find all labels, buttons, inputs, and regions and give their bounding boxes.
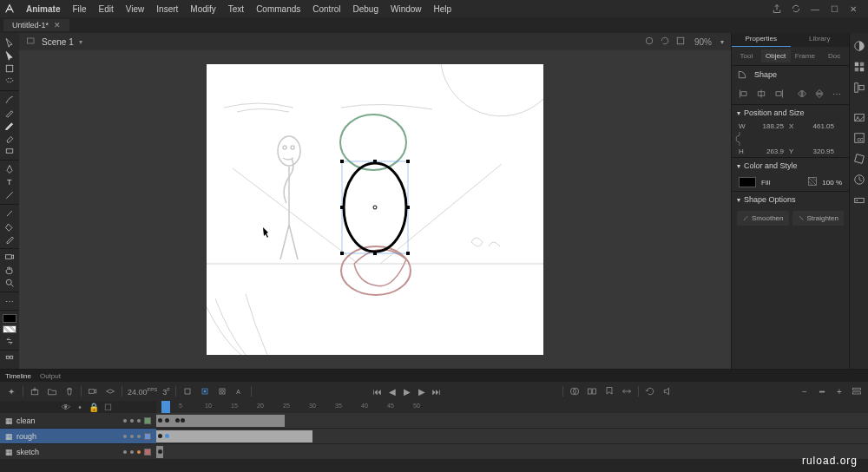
outline-toggle[interactable] [144,417,151,424]
scene-selector[interactable]: Scene 1 [42,37,74,47]
fill-color-swatch[interactable] [739,177,756,187]
share-icon[interactable] [771,3,783,15]
align-right-icon[interactable] [772,87,786,101]
layer-name[interactable]: clean [16,416,120,425]
menu-file[interactable]: File [67,3,91,16]
visibility-toggle[interactable] [130,435,134,438]
subselection-tool[interactable] [0,49,19,62]
chevron-down-icon[interactable]: ▾ [79,38,82,46]
visibility-toggle[interactable] [130,450,134,454]
menu-edit[interactable]: Edit [94,3,119,16]
outline-toggle[interactable] [144,449,151,456]
more-options-icon[interactable]: ⋯ [830,87,844,101]
clip-content-icon[interactable] [644,36,654,48]
transform-panel-icon[interactable] [850,149,868,168]
menu-control[interactable]: Control [307,3,345,16]
eyedropper-tool[interactable] [0,233,19,246]
align-center-icon[interactable] [754,87,768,101]
menu-text[interactable]: Text [223,3,249,16]
more-tools-icon[interactable]: ⋯ [0,295,19,307]
fluid-brush-tool[interactable] [0,94,19,106]
highlight-col-icon[interactable]: 👁 [61,403,71,412]
minimize-icon[interactable]: — [809,3,821,15]
zoom-level[interactable]: 90% [691,37,715,47]
playhead[interactable] [161,401,170,413]
fit-screen-icon[interactable] [675,36,686,48]
visibility-col-icon[interactable]: • [75,403,85,412]
timeline-view-icon[interactable] [851,385,863,397]
zoom-in-timeline-icon[interactable]: + [833,385,845,397]
doc-context-tab[interactable]: Doc [819,49,849,62]
frames-track[interactable] [156,413,868,428]
highlight-toggle[interactable] [123,419,127,423]
zoom-tool[interactable] [0,277,19,289]
zoom-out-timeline-icon[interactable]: − [799,385,811,397]
insert-blank-keyframe-icon[interactable] [216,385,228,397]
go-to-last-icon[interactable]: ⏭ [431,385,443,397]
insert-keyframe-icon[interactable] [199,385,211,397]
highlight-toggle[interactable] [123,450,127,454]
stroke-color-swatch[interactable] [3,314,16,323]
align-panel-icon[interactable] [850,78,868,97]
library-tab[interactable]: Library [791,33,850,47]
menu-insert[interactable]: Insert [151,3,183,16]
assets-panel-icon[interactable] [850,108,868,127]
frame-auto-icon[interactable]: A [233,385,246,397]
fill-color-swatch[interactable] [3,325,16,334]
eraser-tool[interactable] [0,132,19,144]
menu-commands[interactable]: Commands [251,3,306,16]
object-context-tab[interactable]: Object [761,49,791,62]
y-value[interactable]: 320.95 [801,148,834,155]
lock-col-icon[interactable]: 🔒 [89,403,99,412]
brush-tool[interactable] [0,107,19,119]
color-panel-icon[interactable] [850,36,868,56]
layer-name[interactable]: rough [16,432,120,441]
align-left-icon[interactable] [737,87,751,101]
new-folder-icon[interactable] [46,385,58,397]
paint-bucket-tool[interactable] [0,220,19,233]
tween-icon[interactable] [621,385,633,397]
position-size-header[interactable]: ▾Position and Size [732,105,849,121]
text-tool[interactable]: T [0,176,19,188]
rotate-view-icon[interactable] [660,36,670,48]
camera-layer-icon[interactable] [87,385,99,397]
document-tab-close-icon[interactable]: ✕ [54,21,61,30]
cc-libraries-icon[interactable]: cc [850,128,868,148]
close-icon[interactable]: ✕ [847,3,859,15]
timeline-tab[interactable]: Timeline [5,372,31,380]
frames-track[interactable] [156,429,868,443]
flip-vertical-icon[interactable] [812,87,826,101]
marker-icon[interactable] [603,385,615,397]
tool-context-tab[interactable]: Tool [732,49,761,62]
loop-icon[interactable] [644,385,656,397]
lock-toggle[interactable] [137,435,141,438]
lasso-tool[interactable] [0,75,19,88]
smoothen-button[interactable]: ⟋Smoothen [737,211,789,226]
canvas[interactable] [207,64,543,355]
add-keyframe-icon[interactable]: ✦ [5,385,17,397]
layer-depth-icon[interactable] [104,385,116,397]
canvas-viewport[interactable] [19,50,731,369]
scrub-audio-icon[interactable] [661,385,674,397]
output-tab[interactable]: Output [40,372,61,380]
menu-view[interactable]: View [121,3,150,16]
play-icon[interactable]: ▶ [401,385,413,397]
history-panel-icon[interactable] [850,170,868,189]
step-forward-icon[interactable]: ▶ [416,385,428,397]
go-to-first-icon[interactable]: ⏮ [372,385,384,397]
components-panel-icon[interactable] [850,191,868,210]
options-expand-icon[interactable] [0,353,19,365]
step-back-icon[interactable]: ◀ [386,385,398,397]
zoom-slider[interactable]: ━ [816,385,828,397]
rectangle-tool[interactable] [0,145,19,157]
x-value[interactable]: 461.05 [801,122,834,130]
maximize-icon[interactable]: ☐ [828,3,840,15]
highlight-toggle[interactable] [123,435,127,438]
onion-skin-icon[interactable] [569,385,581,397]
layer-row[interactable]: ▦ rough [0,429,868,444]
color-style-header[interactable]: ▾Color and Style [732,158,849,174]
width-value[interactable]: 188.25 [751,122,784,130]
layer-row[interactable]: ▦ sketch [0,444,868,460]
hand-tool[interactable] [0,264,19,276]
pencil-tool[interactable] [0,120,19,132]
